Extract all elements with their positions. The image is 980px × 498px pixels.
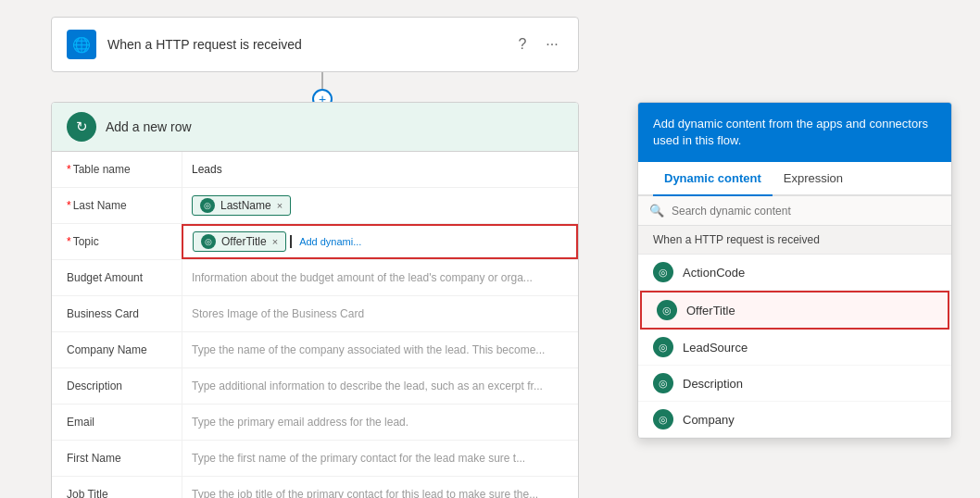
search-bar: 🔍	[638, 196, 951, 226]
search-icon: 🔍	[649, 204, 664, 218]
first-name-label: First Name	[52, 444, 182, 472]
search-input[interactable]	[672, 205, 940, 218]
form-row-topic: *Topic ◎ OfferTitle × Add dynami...	[52, 224, 578, 260]
last-name-value[interactable]: ◎ LastName ×	[182, 188, 578, 223]
leadsource-icon: ◎	[653, 337, 673, 357]
required-star-2: *	[67, 199, 71, 212]
company-placeholder: Type the name of the company associated …	[192, 343, 545, 356]
form-row-job-title: Job Title Type the job title of the prim…	[52, 477, 578, 498]
job-title-label: Job Title	[52, 480, 182, 498]
form-row-first-name: First Name Type the first name of the pr…	[52, 441, 578, 477]
form-row-last-name: *Last Name ◎ LastName ×	[52, 188, 578, 224]
dynamic-item-actioncode[interactable]: ◎ ActionCode	[638, 255, 951, 291]
topic-value[interactable]: ◎ OfferTitle × Add dynami...	[182, 224, 578, 259]
first-name-placeholder: Type the first name of the primary conta…	[192, 452, 525, 465]
http-trigger-icon: 🌐	[67, 30, 96, 59]
last-name-tag-remove[interactable]: ×	[277, 200, 283, 211]
description-dyn-icon: ◎	[653, 373, 673, 393]
http-trigger-actions: ? ···	[511, 33, 563, 56]
form-row-budget: Budget Amount Information about the budg…	[52, 260, 578, 296]
business-card-value[interactable]: Stores Image of the Business Card	[182, 296, 578, 331]
http-trigger-title: When a HTTP request is received	[107, 37, 500, 52]
dynamic-content-panel: Add dynamic content from the apps and co…	[637, 102, 952, 439]
company-label: Company Name	[52, 336, 182, 364]
connector-line-top	[321, 72, 323, 89]
text-cursor	[290, 235, 292, 248]
last-name-tag-icon: ◎	[200, 198, 215, 213]
last-name-tag-text: LastName	[220, 199, 271, 212]
table-name-text: Leads	[192, 163, 222, 176]
job-title-placeholder: Type the job title of the primary contac…	[192, 488, 538, 498]
last-name-tag: ◎ LastName ×	[192, 195, 291, 216]
business-card-placeholder: Stores Image of the Business Card	[192, 307, 364, 320]
action-card-header: ↻ Add a new row	[52, 103, 578, 152]
first-name-value[interactable]: Type the first name of the primary conta…	[182, 441, 578, 476]
offertitle-label: OfferTitle	[686, 304, 735, 317]
topic-tag-text: OfferTitle	[221, 235, 267, 248]
topic-tag-remove[interactable]: ×	[272, 236, 278, 247]
description-dyn-label: Description	[683, 377, 743, 391]
add-dynamic-link[interactable]: Add dynami...	[299, 236, 361, 247]
company-dyn-label: Company	[683, 413, 735, 427]
description-label: Description	[52, 372, 182, 400]
form-row-description: Description Type additional information …	[52, 368, 578, 405]
company-dyn-icon: ◎	[653, 409, 673, 430]
offertitle-icon: ◎	[657, 300, 677, 320]
form-row-business-card: Business Card Stores Image of the Busine…	[52, 296, 578, 332]
more-options-button[interactable]: ···	[541, 33, 563, 56]
tab-dynamic-content[interactable]: Dynamic content	[653, 162, 773, 196]
dynamic-panel-tabs: Dynamic content Expression	[638, 162, 951, 196]
dynamic-panel-header: Add dynamic content from the apps and co…	[638, 103, 951, 162]
form-row-table-name: *Table name Leads	[52, 152, 578, 188]
last-name-label: *Last Name	[52, 192, 182, 219]
job-title-value[interactable]: Type the job title of the primary contac…	[182, 477, 578, 498]
table-name-value[interactable]: Leads	[182, 152, 578, 187]
dynamic-item-company[interactable]: ◎ Company	[638, 402, 951, 438]
action-card-icon: ↻	[67, 112, 96, 142]
dynamic-item-offertitle[interactable]: ◎ OfferTitle	[640, 291, 949, 330]
form-row-email: Email Type the primary email address for…	[52, 405, 578, 441]
help-button[interactable]: ?	[511, 33, 534, 56]
budget-value[interactable]: Information about the budget amount of t…	[182, 260, 578, 295]
required-star-3: *	[67, 235, 71, 248]
action-card: ↻ Add a new row *Table name Leads *Last …	[51, 102, 579, 498]
email-label: Email	[52, 408, 182, 436]
dynamic-item-leadsource[interactable]: ◎ LeadSource	[638, 330, 951, 366]
actioncode-label: ActionCode	[683, 266, 745, 280]
business-card-label: Business Card	[52, 300, 182, 328]
section-header: When a HTTP request is received	[638, 226, 951, 255]
budget-label: Budget Amount	[52, 264, 182, 292]
leadsource-label: LeadSource	[683, 341, 748, 355]
actioncode-icon: ◎	[653, 262, 673, 282]
http-trigger-card: 🌐 When a HTTP request is received ? ···	[51, 17, 579, 72]
table-name-label: *Table name	[52, 156, 182, 183]
email-value[interactable]: Type the primary email address for the l…	[182, 405, 578, 440]
email-placeholder: Type the primary email address for the l…	[192, 416, 408, 429]
description-placeholder: Type additional information to describe …	[192, 380, 543, 392]
description-value[interactable]: Type additional information to describe …	[182, 368, 578, 404]
dynamic-panel-header-text: Add dynamic content from the apps and co…	[653, 117, 928, 147]
topic-tag-icon: ◎	[201, 234, 216, 249]
action-card-title: Add a new row	[106, 119, 192, 134]
company-value[interactable]: Type the name of the company associated …	[182, 332, 578, 367]
required-star: *	[67, 163, 71, 176]
topic-label: *Topic	[52, 228, 182, 255]
tab-expression[interactable]: Expression	[773, 162, 854, 196]
budget-placeholder: Information about the budget amount of t…	[192, 271, 533, 284]
dynamic-item-description[interactable]: ◎ Description	[638, 366, 951, 402]
form-row-company: Company Name Type the name of the compan…	[52, 332, 578, 368]
topic-tag: ◎ OfferTitle ×	[193, 231, 286, 252]
